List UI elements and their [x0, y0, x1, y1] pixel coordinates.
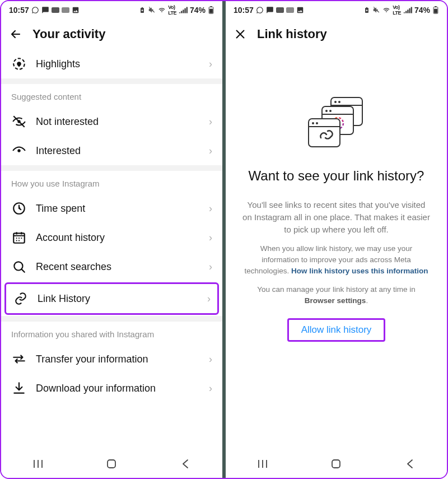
transfer-icon [11, 351, 27, 367]
status-bar: 10:57 Vo)LTE 74% [1, 1, 222, 19]
svg-point-8 [16, 238, 17, 239]
arrow-left-icon [9, 27, 22, 41]
signal-icon [179, 7, 188, 13]
svg-rect-2 [209, 9, 213, 13]
mute-icon [148, 6, 156, 14]
row-download-info[interactable]: Download your information › [1, 374, 222, 403]
system-navbar [1, 450, 222, 478]
battery-icon [208, 6, 214, 14]
svg-point-4 [17, 120, 20, 123]
section-suggested: Suggested content [1, 84, 222, 107]
row-label: Transfer your information [36, 354, 200, 365]
row-interested[interactable]: Interested › [1, 136, 222, 165]
signal-icon [403, 7, 412, 13]
row-time-spent[interactable]: Time spent › [1, 194, 222, 223]
battery-saver-icon [139, 7, 146, 13]
status-time: 10:57 [234, 6, 254, 15]
status-box-icon [62, 7, 69, 13]
svg-point-9 [18, 238, 20, 239]
row-label: Recent searches [36, 261, 200, 273]
app-header: Your activity [1, 19, 222, 49]
status-time: 10:57 [9, 6, 29, 15]
eye-icon [11, 143, 27, 159]
highlights-icon [11, 56, 27, 72]
link-icon [13, 291, 29, 306]
chevron-right-icon: › [209, 58, 212, 70]
empty-p2: When you allow link history, we may use … [242, 243, 430, 276]
system-navbar [226, 450, 447, 478]
svg-point-19 [334, 101, 337, 103]
wifi-icon [158, 7, 166, 13]
svg-rect-1 [210, 6, 212, 7]
row-transfer-info[interactable]: Transfer your information › [1, 345, 222, 374]
svg-point-23 [325, 110, 328, 112]
section-how-use: How you use Instagram [1, 171, 222, 194]
volte-icon: Vo)LTE [393, 4, 401, 16]
svg-rect-17 [434, 9, 437, 13]
search-icon [11, 259, 27, 275]
empty-heading: Want to see your link history? [249, 167, 424, 184]
app-header: Link history [226, 19, 447, 49]
svg-rect-31 [332, 460, 340, 468]
chevron-right-icon: › [209, 261, 212, 273]
svg-point-12 [18, 240, 20, 241]
svg-point-11 [16, 240, 17, 241]
row-label: Link History [38, 293, 198, 305]
nav-recents[interactable] [256, 457, 269, 471]
section-info-shared: Information you shared with Instagram [1, 322, 222, 345]
close-button[interactable] [232, 26, 248, 42]
link-history-illustration [303, 94, 370, 150]
nav-home[interactable] [105, 457, 118, 471]
calendar-icon [11, 230, 27, 245]
nav-home[interactable] [329, 457, 343, 471]
battery-text: 74% [414, 6, 430, 15]
how-link-history-link[interactable]: How link history uses this information [291, 267, 428, 275]
volte-icon: Vo)LTE [168, 4, 176, 16]
row-label: Account history [36, 232, 200, 244]
activity-list[interactable]: Highlights › Suggested content Not inter… [1, 49, 222, 450]
chat-icon [41, 6, 49, 14]
svg-point-10 [21, 238, 22, 239]
row-label: Not interested [36, 116, 200, 128]
row-recent-searches[interactable]: Recent searches › [1, 252, 222, 281]
svg-rect-16 [435, 6, 436, 7]
row-account-history[interactable]: Account history › [1, 223, 222, 252]
allow-link-history-button[interactable]: Allow link history [301, 324, 372, 336]
nav-back[interactable] [179, 457, 192, 471]
clock-icon [11, 201, 27, 216]
nav-recents[interactable] [31, 457, 45, 471]
status-bar: 10:57 Vo)LTE 74% [226, 1, 447, 19]
chevron-right-icon: › [209, 203, 212, 215]
mute-icon [372, 6, 380, 14]
svg-point-20 [338, 101, 340, 103]
wifi-icon [382, 7, 390, 13]
download-icon [11, 380, 27, 396]
status-box-icon [286, 7, 294, 13]
battery-icon [432, 6, 439, 14]
chevron-right-icon: › [207, 293, 211, 305]
back-button[interactable] [8, 26, 24, 42]
svg-rect-14 [108, 460, 115, 468]
highlight-link-history: Link History › [4, 282, 219, 315]
whatsapp-icon [256, 6, 264, 14]
status-box-icon [52, 7, 59, 13]
row-not-interested[interactable]: Not interested › [1, 107, 222, 136]
browser-settings-text: Browser settings [305, 296, 366, 305]
empty-p1: You'll see links to recent sites that yo… [242, 199, 430, 235]
screen-link-history: 10:57 Vo)LTE 74% [226, 1, 447, 478]
svg-point-24 [329, 110, 332, 112]
page-title: Your activity [32, 27, 105, 41]
empty-p3: You can manage your link history at any … [242, 284, 430, 306]
screen-your-activity: 10:57 Vo)LTE 74% [1, 1, 222, 478]
nav-back[interactable] [403, 457, 417, 471]
status-box-icon [276, 7, 284, 13]
row-highlights[interactable]: Highlights › [1, 49, 222, 78]
svg-point-28 [312, 122, 314, 124]
row-link-history[interactable]: Link History › [6, 284, 217, 313]
chevron-right-icon: › [209, 232, 212, 244]
svg-point-5 [17, 149, 20, 152]
chevron-right-icon: › [209, 145, 212, 157]
close-icon [234, 28, 246, 40]
image-icon [72, 6, 80, 14]
link-history-empty-state: Want to see your link history? You'll se… [226, 49, 447, 450]
